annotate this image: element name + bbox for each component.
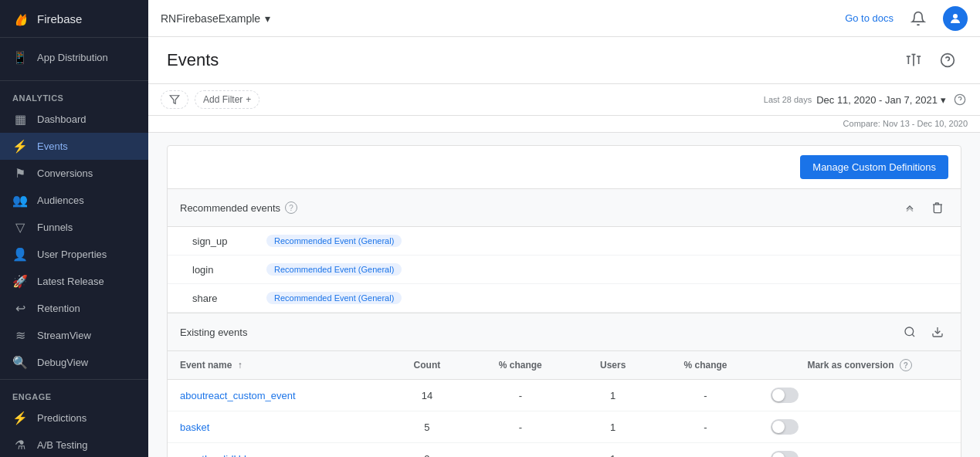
streamview-icon: ≋ [12,328,28,343]
page-header-icons [900,46,961,74]
sidebar-item-label: A/B Testing [37,439,88,451]
users-change-cell: - [653,380,759,411]
recommended-events-expand-button[interactable] [899,197,921,218]
col-users-change: % change [653,351,759,380]
users-cell: 1 [574,411,653,443]
sidebar-item-events[interactable]: ⚡ Events [0,133,148,160]
project-dropdown-icon: ▾ [265,12,270,25]
sidebar-item-audiences[interactable]: 👥 Audiences [0,187,148,214]
date-help-button[interactable] [952,92,968,107]
sidebar-item-label: Funnels [37,222,73,233]
filter-left: Add Filter + [161,90,259,109]
sidebar-divider-analytics [0,80,148,81]
rec-event-badge: Recommended Event (General) [266,235,402,247]
rec-event-name: share [192,293,254,304]
count-cell: 3 [387,443,467,458]
date-range-dropdown-icon: ▾ [941,94,946,106]
count-change-cell: - [467,411,574,443]
conversion-toggle[interactable] [771,419,799,435]
rec-event-badge: Recommended Event (General) [266,263,402,276]
date-range-text: Dec 11, 2020 - Jan 7, 2021 [816,94,938,106]
sidebar-item-app-distribution[interactable]: 📱 App Distribution [0,44,148,71]
customize-columns-button[interactable] [900,46,927,74]
firebase-logo[interactable]: Firebase [12,9,82,28]
funnels-icon: ▽ [12,220,28,235]
sidebar-item-label: Dashboard [37,113,86,125]
date-range-label: Last 28 days [764,95,812,104]
table-row: eventInvalidUrl3-1- [168,443,961,458]
engage-section-header: Engage [0,383,148,405]
conversion-help-icon[interactable]: ? [900,359,912,371]
sidebar-item-streamview[interactable]: ≋ StreamView [0,322,148,349]
sidebar-item-label: Latest Release [37,276,104,287]
table-row: basket5-1- [168,411,961,443]
conversion-toggle[interactable] [771,388,799,403]
manage-custom-definitions-button[interactable]: Manage Custom Definitions [800,155,948,179]
firebase-flame-icon [12,9,31,28]
conversion-toggle-cell [758,443,961,458]
download-events-button[interactable] [927,321,948,343]
notifications-button[interactable] [906,6,931,31]
search-icon [904,326,916,338]
retention-icon: ↩ [12,301,28,316]
sidebar-item-ab-testing[interactable]: ⚗ A/B Testing [0,432,148,457]
user-avatar[interactable] [943,6,968,31]
page-header: Events [148,37,980,84]
sidebar-item-label: Events [37,140,68,152]
sidebar-item-retention[interactable]: ↩ Retention [0,295,148,322]
go-to-docs-link[interactable]: Go to docs [845,12,894,24]
project-selector[interactable]: RNFirebaseExample ▾ [161,12,270,25]
svg-marker-9 [170,96,179,104]
sidebar-item-user-properties[interactable]: 👤 User Properties [0,241,148,268]
audiences-icon: 👥 [12,193,28,208]
trash-icon [931,201,944,214]
dashboard-icon: ▦ [12,112,28,127]
rec-event-row-signup: sign_up Recommended Event (General) [168,227,961,256]
filter-right: Last 28 days Dec 11, 2020 - Jan 7, 2021 … [764,92,968,107]
col-mark-as-conversion: Mark as conversion ? [758,351,961,380]
download-icon [931,326,944,338]
events-table: Event name ↑ Count % change Users % chan… [168,351,961,457]
event-name-cell[interactable]: eventInvalidUrl [168,443,387,458]
sidebar-item-latest-release[interactable]: 🚀 Latest Release [0,268,148,295]
sidebar-item-label: Retention [37,303,80,314]
sidebar-item-funnels[interactable]: ▽ Funnels [0,214,148,241]
bell-icon [910,11,926,26]
recommended-events-delete-button[interactable] [927,197,948,218]
conversion-toggle[interactable] [771,451,799,457]
sidebar-item-predictions[interactable]: ⚡ Predictions [0,405,148,432]
recommended-events-help-icon[interactable]: ? [285,201,297,214]
main-content: RNFirebaseExample ▾ Go to docs Events [148,0,980,457]
sidebar-item-conversions[interactable]: ⚑ Conversions [0,160,148,187]
filter-icon-chip[interactable] [161,90,188,109]
users-change-cell: - [653,443,759,458]
sidebar-item-dashboard[interactable]: ▦ Dashboard [0,106,148,133]
event-name-cell[interactable]: basket [168,411,387,443]
add-filter-button[interactable]: Add Filter + [195,90,259,109]
rec-event-badge: Recommended Event (General) [266,292,402,304]
col-count: Count [387,351,467,380]
col-event-name[interactable]: Event name ↑ [168,351,387,380]
users-cell: 1 [574,380,653,411]
sidebar-item-debugview[interactable]: 🔍 DebugView [0,349,148,376]
col-mark-as-conversion-label: Mark as conversion [807,360,894,371]
date-range-value[interactable]: Dec 11, 2020 - Jan 7, 2021 ▾ [816,94,946,106]
event-name-cell[interactable]: aboutreact_custom_event [168,380,387,411]
avatar-icon [948,12,962,25]
existing-events-title: Existing events [180,327,247,338]
users-cell: 1 [574,443,653,458]
existing-events-label: Existing events [180,327,247,338]
expand-icon [904,201,916,214]
events-table-body: aboutreact_custom_event14-1-basket5-1-ev… [168,380,961,458]
conversion-toggle-cell [758,380,961,411]
sidebar-item-label: DebugView [37,357,88,368]
sidebar-item-label: Conversions [37,168,93,179]
recommended-events-section-header: Recommended events ? [168,189,961,227]
svg-point-0 [953,14,958,19]
help-button[interactable] [934,46,961,74]
sidebar-item-label: StreamView [37,330,91,341]
existing-events-actions [899,321,948,343]
table-header-row: Event name ↑ Count % change Users % chan… [168,351,961,380]
search-events-button[interactable] [899,321,921,343]
svg-line-13 [912,334,914,337]
